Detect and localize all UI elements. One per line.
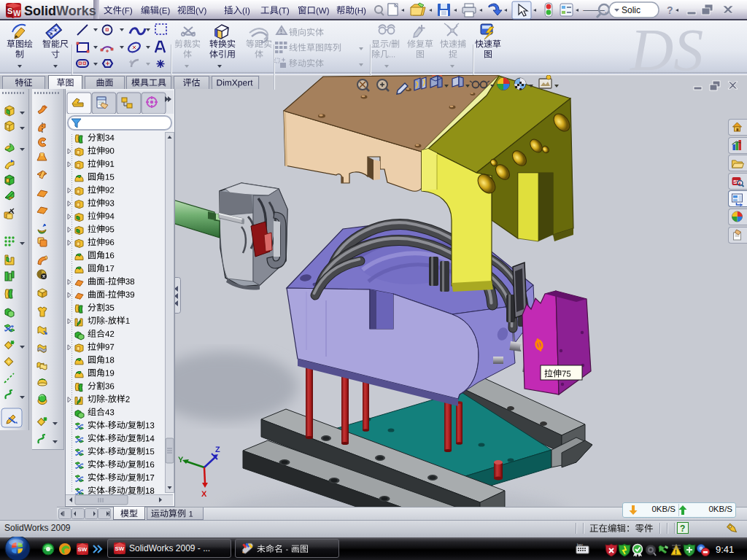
svg-text:?: ? (667, 4, 673, 16)
svg-text:Solic: Solic (622, 5, 640, 15)
svg-text:S: S (7, 7, 12, 15)
svg-text:SW: SW (78, 546, 88, 553)
svg-text:W: W (13, 9, 21, 18)
svg-text:?: ? (680, 524, 685, 534)
svg-text:key: key (577, 542, 583, 547)
svg-text:SW: SW (115, 545, 125, 552)
svg-text:⸻..: ⸻.. (583, 7, 609, 15)
svg-text:DS: DS (630, 20, 703, 75)
svg-text:SolidWorks: SolidWorks (24, 4, 96, 18)
svg-text:9:41: 9:41 (716, 544, 734, 555)
